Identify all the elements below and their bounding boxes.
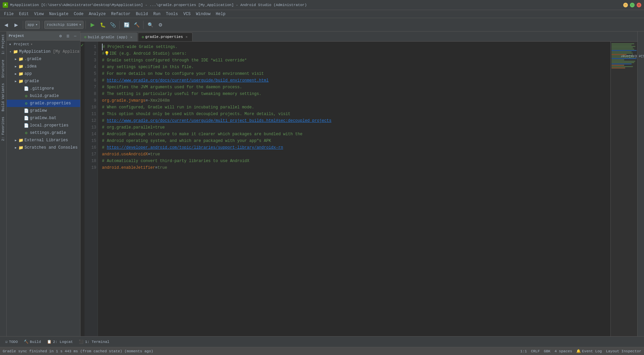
settings-button[interactable]: ⚙ xyxy=(156,20,165,30)
tab-gradle-properties-close[interactable]: ✕ xyxy=(184,35,189,39)
indent[interactable]: 4 spaces xyxy=(554,349,572,353)
line-ending[interactable]: CRLF xyxy=(531,349,540,353)
menu-vcs[interactable]: VCS xyxy=(181,11,194,17)
menu-help[interactable]: Help xyxy=(213,11,228,17)
menu-code[interactable]: Code xyxy=(71,11,86,17)
tab-build-gradle-close[interactable]: ✕ xyxy=(129,35,133,40)
line-num-2: 2 xyxy=(86,50,96,57)
line-num-9: 9 xyxy=(86,97,96,104)
gradlew-label: gradlew xyxy=(30,108,47,113)
tree-item-gradlew[interactable]: 📄 gradlew xyxy=(7,107,80,114)
back-button[interactable]: ◀ xyxy=(1,20,11,30)
code-editor[interactable]: # Project-wide Gradle settings. #💡IDE (e… xyxy=(98,42,610,336)
menu-refactor[interactable]: Refactor xyxy=(108,11,133,17)
menu-build[interactable]: Build xyxy=(133,11,151,17)
project-tree: ▾ Project ▾ ▾ 📁 MyApplication [My Applic… xyxy=(7,41,80,336)
bottom-tab-build[interactable]: 🔨 Build xyxy=(21,338,44,346)
code-line-6: # http://www.gradle.org/docs/current/use… xyxy=(102,77,606,84)
minimize-button[interactable]: ─ xyxy=(623,3,628,7)
todo-label: TODO xyxy=(9,340,18,344)
panel-label-build-variants[interactable]: Build Variants xyxy=(1,81,6,114)
menu-tools[interactable]: Tools xyxy=(163,11,181,17)
event-log-link[interactable]: 🔔 Event Log xyxy=(576,349,602,353)
menu-view[interactable]: View xyxy=(32,11,47,17)
panel-label-structure[interactable]: Structure xyxy=(1,57,6,81)
build-button[interactable]: 🔨 xyxy=(132,20,141,30)
project-dropdown-selector[interactable]: ▾ Project ▾ xyxy=(7,41,80,48)
folder-icon-ext-lib: 📁 xyxy=(18,138,23,143)
link-line-6[interactable]: http://www.gradle.org/docs/current/userg… xyxy=(107,78,268,83)
tree-item-local-properties[interactable]: 📄 local.properties xyxy=(7,122,80,129)
tree-item-external-libraries[interactable]: ▶ 📁 External Libraries xyxy=(7,137,80,144)
build-label: Build xyxy=(30,340,41,344)
line-num-14: 14 xyxy=(86,131,96,138)
right-strip: Device File Explorer xyxy=(637,32,644,336)
tree-item-dotgradle[interactable]: ▶ 📁 .gradle xyxy=(7,55,80,63)
gradle-label: gradle xyxy=(24,79,39,84)
menu-file[interactable]: File xyxy=(1,11,16,17)
menu-edit[interactable]: Edit xyxy=(16,11,32,17)
project-scope-label: Project xyxy=(14,42,29,46)
tree-item-build-gradle[interactable]: ⚙ build.gradle xyxy=(7,92,80,100)
bottom-tab-logcat[interactable]: 📋 2: Logcat xyxy=(44,338,75,346)
menu-navigate[interactable]: Navigate xyxy=(46,11,71,17)
debug-button[interactable]: 🐛 xyxy=(98,20,107,30)
code-line-16: # https://developer.android.com/topic/li… xyxy=(102,144,606,151)
project-minimize-button[interactable]: ─ xyxy=(72,33,78,39)
menu-analyze[interactable]: Analyze xyxy=(86,11,108,17)
cursor-position[interactable]: 1:1 xyxy=(520,349,527,353)
bottom-tab-terminal[interactable]: ⬛ 1: Terminal xyxy=(76,338,112,346)
menu-run[interactable]: Run xyxy=(151,11,163,17)
code-line-1: # Project-wide Gradle settings. xyxy=(102,44,606,50)
forward-button[interactable]: ▶ xyxy=(11,20,21,30)
code-line-9: org.gradle.jvmargs=-Xmx2048m xyxy=(102,97,606,104)
code-line-2: #💡IDE (e.g. Android Studio) users: xyxy=(102,50,606,57)
line-num-15: 15 xyxy=(86,138,96,144)
line-num-8: 8 xyxy=(86,91,96,97)
minimap xyxy=(610,42,637,336)
app-arrow: ▶ xyxy=(13,71,18,76)
dotgradle-label: .gradle xyxy=(24,57,41,61)
maximize-button[interactable]: □ xyxy=(630,3,635,7)
close-button[interactable]: ✕ xyxy=(637,3,641,7)
terminal-icon: ⬛ xyxy=(79,340,84,344)
logcat-label: 2: Logcat xyxy=(53,340,73,344)
search-button[interactable]: 🔍 xyxy=(146,20,155,30)
project-root-item[interactable]: ▾ 📁 MyApplication [My Application] xyxy=(7,48,80,55)
tree-item-gradlew-bat[interactable]: 📄 gradlew.bat xyxy=(7,114,80,122)
device-file-explorer-label[interactable]: Device File Explorer xyxy=(618,53,644,58)
project-panel: Project ⚙ ☰ ─ ▾ Project ▾ ▾ 📁 MyApplicat… xyxy=(7,32,80,336)
tree-item-settings-gradle[interactable]: ⚙ settings.gradle xyxy=(7,129,80,137)
tree-item-app[interactable]: ▶ 📁 app xyxy=(7,70,80,78)
attach-button[interactable]: 📎 xyxy=(108,20,117,30)
root-arrow: ▾ xyxy=(8,49,13,54)
tab-gradle-properties-icon: ⚙ xyxy=(142,35,144,39)
validation-ok-indicator: ✓ xyxy=(80,42,84,336)
tab-build-gradle[interactable]: ⚙ build.gradle (app) ✕ xyxy=(80,33,137,41)
tree-item-dotidea[interactable]: ▶ 📁 .idea xyxy=(7,63,80,70)
tab-gradle-properties[interactable]: ⚙ gradle.properties ✕ xyxy=(138,33,193,41)
bottom-tab-todo[interactable]: ☑ TODO xyxy=(3,338,20,346)
line-num-17: 17 xyxy=(86,151,96,158)
link-line-12[interactable]: http://www.gradle.org/docs/current/userg… xyxy=(107,118,331,123)
project-settings-button[interactable]: ⚙ xyxy=(57,33,63,39)
run-button[interactable]: ▶ xyxy=(88,20,97,30)
sync-button[interactable]: 🔄 xyxy=(122,20,131,30)
tree-item-gradle-properties[interactable]: ⚙ gradle.properties xyxy=(7,100,80,107)
layout-inspector-link[interactable]: Layout Inspector xyxy=(606,349,641,353)
menu-window[interactable]: Window xyxy=(193,11,213,17)
panel-label-favorites[interactable]: 2: Favorites xyxy=(1,114,6,144)
device-dropdown[interactable]: rockchip S1804 ▾ xyxy=(44,21,84,29)
charset[interactable]: GBK xyxy=(544,349,550,353)
link-line-16[interactable]: https://developer.android.com/topic/libr… xyxy=(107,145,283,150)
tree-item-gitignore[interactable]: 📄 .gitignore xyxy=(7,85,80,92)
code-line-11: # This option should only be used with d… xyxy=(102,111,606,117)
project-options-button[interactable]: ☰ xyxy=(65,33,71,39)
file-icon-gradlew-bat: 📄 xyxy=(23,115,29,121)
tab-build-gradle-icon: ⚙ xyxy=(84,35,87,39)
panel-label-project[interactable]: 1: Project xyxy=(1,32,6,57)
project-dropdown[interactable]: app ▾ xyxy=(25,21,40,29)
tree-item-gradle[interactable]: ▶ 📁 gradle xyxy=(7,78,80,85)
tree-item-scratches[interactable]: ▶ 📁 Scratches and Consoles xyxy=(7,144,80,151)
gradle-arrow: ▶ xyxy=(13,57,18,61)
